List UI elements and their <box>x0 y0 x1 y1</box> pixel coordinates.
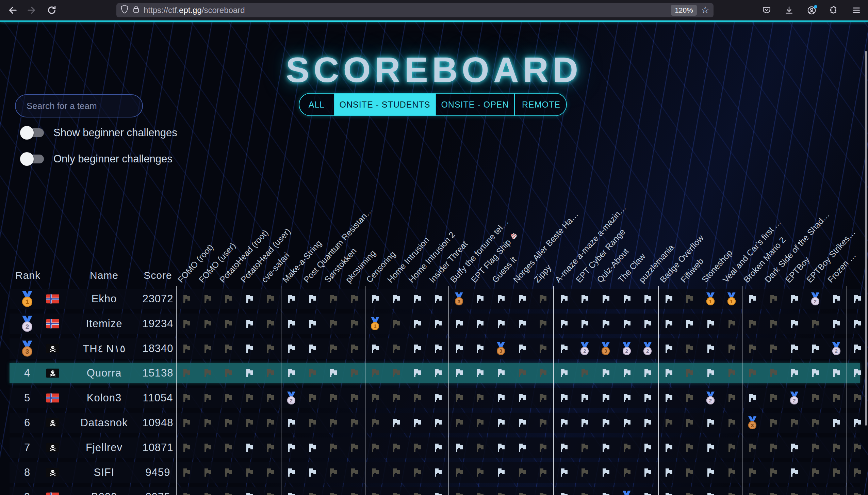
challenge-cell <box>558 442 569 453</box>
reload-icon[interactable] <box>46 4 58 16</box>
tab-onsite-students[interactable]: ONSITE - STUDENTS <box>334 94 436 115</box>
url-bar[interactable]: https://ctf.ept.gg/scoreboard 120% ☆ <box>116 3 714 17</box>
challenge-cell <box>412 417 423 428</box>
challenge-cell <box>642 467 653 478</box>
challenge-cell <box>537 417 548 428</box>
solved-flag-icon <box>412 318 423 329</box>
extensions-icon[interactable] <box>828 4 840 16</box>
tab-onsite-open[interactable]: ONSITE - OPEN <box>436 94 515 115</box>
challenge-cell <box>202 442 213 453</box>
pirate-flag-icon <box>46 468 59 477</box>
unsolved-flag-icon <box>537 417 548 428</box>
challenge-cell <box>684 467 695 478</box>
challenge-cell <box>391 492 402 495</box>
rank-number: 6 <box>24 417 30 429</box>
challenge-cell <box>600 417 611 428</box>
download-icon[interactable] <box>783 4 795 16</box>
challenge-cell <box>747 318 758 329</box>
challenge-cell <box>244 293 255 304</box>
unsolved-flag-icon <box>202 467 213 478</box>
search-input[interactable] <box>15 94 143 117</box>
challenge-cell <box>642 318 653 329</box>
bookmark-star-icon[interactable]: ☆ <box>701 5 709 15</box>
challenge-cell <box>412 368 423 379</box>
unsolved-flag-icon <box>181 318 192 329</box>
account-icon[interactable] <box>805 4 818 16</box>
challenge-cell <box>265 343 276 354</box>
challenge-cell <box>663 442 674 453</box>
solved-flag-icon <box>600 368 611 379</box>
show-beginner-toggle[interactable] <box>20 125 44 140</box>
pocket-icon[interactable] <box>760 4 773 16</box>
forward-icon[interactable] <box>26 4 38 16</box>
team-row-fjellrev[interactable]: 7Fjellrev10871 <box>10 437 860 458</box>
team-row-ekho[interactable]: 1Ekho230723112 <box>10 289 860 309</box>
unsolved-flag-icon <box>202 393 213 403</box>
challenge-cell <box>600 467 611 478</box>
team-row-itemize[interactable]: 2Itemize192341 <box>10 314 860 334</box>
challenge-cell <box>328 442 339 453</box>
tab-remote[interactable]: REMOTE <box>515 94 567 115</box>
team-row-b000[interactable]: 9B00089751 <box>10 487 860 495</box>
tab-all[interactable]: ALL <box>299 94 334 115</box>
tracking-shield-icon[interactable] <box>120 5 129 16</box>
solved-flag-icon <box>286 293 297 304</box>
solved-flag-icon <box>579 293 590 304</box>
back-icon[interactable] <box>6 4 18 16</box>
team-row-quorra[interactable]: 4Quorra15138 <box>10 363 860 383</box>
challenge-cell <box>810 393 821 403</box>
challenge-cell <box>474 393 485 403</box>
solved-flag-icon <box>495 417 506 428</box>
unsolved-flag-icon <box>265 417 276 428</box>
challenge-cell <box>831 467 842 478</box>
unsolved-flag-icon <box>349 293 360 304</box>
unsolved-flag-icon <box>747 318 758 329</box>
unsolved-flag-icon <box>684 417 695 428</box>
challenge-cell <box>370 368 380 379</box>
challenge-cell <box>307 467 318 478</box>
challenge-cell <box>852 343 863 354</box>
gold-medal-icon: 1 <box>622 491 632 495</box>
challenge-cell <box>328 368 339 379</box>
unsolved-flag-icon <box>349 393 360 403</box>
solved-flag-icon <box>663 343 674 354</box>
unsolved-flag-icon <box>810 318 821 329</box>
team-row-datasnok[interactable]: 6Datasnok109483 <box>10 413 860 433</box>
unsolved-flag-icon <box>663 417 674 428</box>
solved-flag-icon <box>852 343 863 354</box>
team-row-th-n-[interactable]: 3TH٤ N١٥18340323222 <box>10 338 860 359</box>
challenge-cell <box>202 293 213 304</box>
challenge-cell <box>391 393 402 403</box>
challenge-cell <box>474 442 485 453</box>
rank-column-header: Rank <box>15 270 40 281</box>
solved-flag-icon <box>642 467 653 478</box>
challenge-cell: 2 <box>831 342 841 355</box>
challenge-cell <box>810 318 821 329</box>
challenge-cell <box>202 467 213 478</box>
unsolved-flag-icon <box>852 467 863 478</box>
challenge-cell <box>328 492 339 495</box>
unsolved-flag-icon <box>328 293 339 304</box>
team-row-kolon3[interactable]: 5Kolon311054222 <box>10 388 860 408</box>
solved-flag-icon <box>432 368 443 379</box>
unsolved-flag-icon <box>202 442 213 453</box>
solved-flag-icon <box>852 368 863 379</box>
challenge-cell <box>370 467 380 478</box>
unsolved-flag-icon <box>349 417 360 428</box>
score-column-header: Score <box>144 270 172 281</box>
challenge-cell: 1 <box>622 491 632 495</box>
team-row-sifi[interactable]: 8SIFI9459 <box>10 462 860 483</box>
solved-flag-icon <box>663 467 674 478</box>
rank-number: 9 <box>24 491 30 495</box>
menu-icon[interactable] <box>850 4 863 16</box>
challenge-cell <box>831 393 842 403</box>
solved-flag-icon <box>495 368 506 379</box>
scrollbar-thumb[interactable] <box>865 51 867 426</box>
unsolved-flag-icon <box>747 442 758 453</box>
only-beginner-toggle[interactable] <box>20 151 44 166</box>
solved-flag-icon <box>663 318 674 329</box>
solved-flag-icon <box>454 318 464 329</box>
lock-icon[interactable] <box>133 5 140 15</box>
unsolved-flag-icon <box>810 417 821 428</box>
zoom-level-badge[interactable]: 120% <box>671 5 697 16</box>
